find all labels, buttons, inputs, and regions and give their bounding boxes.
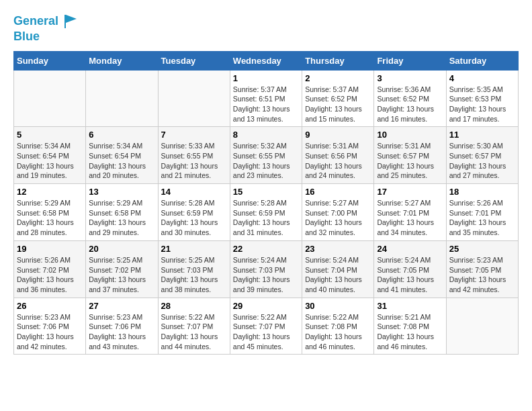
day-info: Sunrise: 5:24 AM Sunset: 7:04 PM Dayligh…	[305, 255, 371, 295]
day-number: 6	[89, 130, 154, 140]
day-info: Sunrise: 5:37 AM Sunset: 6:52 PM Dayligh…	[305, 85, 371, 124]
calendar-cell	[446, 298, 518, 355]
day-number: 23	[305, 244, 371, 254]
day-info: Sunrise: 5:36 AM Sunset: 6:52 PM Dayligh…	[377, 85, 443, 124]
calendar-cell: 1Sunrise: 5:37 AM Sunset: 6:51 PM Daylig…	[230, 70, 302, 127]
day-info: Sunrise: 5:37 AM Sunset: 6:51 PM Dayligh…	[233, 85, 299, 124]
header-row: SundayMondayTuesdayWednesdayThursdayFrid…	[14, 51, 519, 70]
calendar-cell: 4Sunrise: 5:35 AM Sunset: 6:53 PM Daylig…	[446, 70, 518, 127]
calendar-cell: 26Sunrise: 5:23 AM Sunset: 7:06 PM Dayli…	[14, 298, 86, 355]
day-number: 13	[89, 187, 154, 197]
calendar-cell: 23Sunrise: 5:24 AM Sunset: 7:04 PM Dayli…	[302, 240, 374, 298]
calendar-cell: 16Sunrise: 5:27 AM Sunset: 7:00 PM Dayli…	[302, 184, 374, 241]
calendar-cell: 11Sunrise: 5:30 AM Sunset: 6:57 PM Dayli…	[446, 127, 518, 184]
col-header-sunday: Sunday	[14, 51, 86, 70]
day-info: Sunrise: 5:34 AM Sunset: 6:54 PM Dayligh…	[89, 141, 154, 181]
day-number: 14	[161, 187, 227, 197]
calendar-cell: 22Sunrise: 5:24 AM Sunset: 7:03 PM Dayli…	[230, 240, 302, 298]
day-number: 30	[305, 301, 371, 311]
day-info: Sunrise: 5:28 AM Sunset: 6:59 PM Dayligh…	[161, 198, 227, 238]
calendar-cell: 5Sunrise: 5:34 AM Sunset: 6:54 PM Daylig…	[14, 127, 86, 184]
day-info: Sunrise: 5:27 AM Sunset: 7:01 PM Dayligh…	[377, 198, 443, 238]
logo-blue: Blue	[13, 30, 79, 44]
calendar-cell: 10Sunrise: 5:31 AM Sunset: 6:57 PM Dayli…	[374, 127, 446, 184]
day-info: Sunrise: 5:24 AM Sunset: 7:03 PM Dayligh…	[233, 255, 299, 295]
day-info: Sunrise: 5:23 AM Sunset: 7:06 PM Dayligh…	[17, 312, 83, 352]
day-info: Sunrise: 5:26 AM Sunset: 7:01 PM Dayligh…	[449, 198, 515, 238]
day-info: Sunrise: 5:22 AM Sunset: 7:07 PM Dayligh…	[233, 312, 299, 352]
day-info: Sunrise: 5:29 AM Sunset: 6:58 PM Dayligh…	[89, 198, 154, 238]
logo: General Blue	[13, 13, 79, 44]
day-number: 15	[233, 187, 299, 197]
day-number: 4	[449, 73, 515, 83]
calendar-cell: 19Sunrise: 5:26 AM Sunset: 7:02 PM Dayli…	[14, 240, 86, 298]
col-header-wednesday: Wednesday	[230, 51, 302, 70]
day-info: Sunrise: 5:35 AM Sunset: 6:53 PM Dayligh…	[449, 85, 515, 124]
svg-marker-0	[64, 15, 77, 28]
calendar-cell: 28Sunrise: 5:22 AM Sunset: 7:07 PM Dayli…	[158, 298, 230, 355]
day-info: Sunrise: 5:23 AM Sunset: 7:05 PM Dayligh…	[449, 255, 515, 295]
day-number: 26	[17, 301, 83, 311]
day-number: 11	[449, 130, 515, 140]
week-row-1: 1Sunrise: 5:37 AM Sunset: 6:51 PM Daylig…	[14, 70, 519, 127]
day-info: Sunrise: 5:25 AM Sunset: 7:02 PM Dayligh…	[89, 255, 154, 295]
page-header: General Blue	[13, 13, 519, 44]
calendar-cell: 18Sunrise: 5:26 AM Sunset: 7:01 PM Dayli…	[446, 184, 518, 241]
week-row-2: 5Sunrise: 5:34 AM Sunset: 6:54 PM Daylig…	[14, 127, 519, 184]
logo-text: General	[13, 13, 79, 30]
day-number: 1	[233, 73, 299, 83]
calendar-cell: 13Sunrise: 5:29 AM Sunset: 6:58 PM Dayli…	[86, 184, 158, 241]
calendar-cell: 30Sunrise: 5:22 AM Sunset: 7:08 PM Dayli…	[302, 298, 374, 355]
calendar-cell: 21Sunrise: 5:25 AM Sunset: 7:03 PM Dayli…	[158, 240, 230, 298]
calendar-table: SundayMondayTuesdayWednesdayThursdayFrid…	[13, 51, 519, 355]
day-info: Sunrise: 5:25 AM Sunset: 7:03 PM Dayligh…	[161, 255, 227, 295]
calendar-cell: 6Sunrise: 5:34 AM Sunset: 6:54 PM Daylig…	[86, 127, 158, 184]
calendar-cell	[14, 70, 86, 127]
day-info: Sunrise: 5:32 AM Sunset: 6:55 PM Dayligh…	[233, 141, 299, 181]
calendar-cell	[86, 70, 158, 127]
day-number: 20	[89, 244, 154, 254]
calendar-cell: 7Sunrise: 5:33 AM Sunset: 6:55 PM Daylig…	[158, 127, 230, 184]
day-number: 28	[161, 301, 227, 311]
calendar-cell: 17Sunrise: 5:27 AM Sunset: 7:01 PM Dayli…	[374, 184, 446, 241]
day-number: 9	[305, 130, 371, 140]
calendar-cell: 27Sunrise: 5:23 AM Sunset: 7:06 PM Dayli…	[86, 298, 158, 355]
day-info: Sunrise: 5:24 AM Sunset: 7:05 PM Dayligh…	[377, 255, 443, 295]
calendar-cell: 3Sunrise: 5:36 AM Sunset: 6:52 PM Daylig…	[374, 70, 446, 127]
day-info: Sunrise: 5:30 AM Sunset: 6:57 PM Dayligh…	[449, 141, 515, 181]
day-number: 12	[17, 187, 83, 197]
day-number: 16	[305, 187, 371, 197]
day-number: 27	[89, 301, 154, 311]
col-header-tuesday: Tuesday	[158, 51, 230, 70]
day-number: 25	[449, 244, 515, 254]
day-number: 24	[377, 244, 443, 254]
day-number: 3	[377, 73, 443, 83]
day-info: Sunrise: 5:34 AM Sunset: 6:54 PM Dayligh…	[17, 141, 83, 181]
day-number: 18	[449, 187, 515, 197]
calendar-cell: 12Sunrise: 5:29 AM Sunset: 6:58 PM Dayli…	[14, 184, 86, 241]
day-number: 22	[233, 244, 299, 254]
day-number: 19	[17, 244, 83, 254]
calendar-cell: 25Sunrise: 5:23 AM Sunset: 7:05 PM Dayli…	[446, 240, 518, 298]
col-header-friday: Friday	[374, 51, 446, 70]
week-row-3: 12Sunrise: 5:29 AM Sunset: 6:58 PM Dayli…	[14, 184, 519, 241]
calendar-cell: 29Sunrise: 5:22 AM Sunset: 7:07 PM Dayli…	[230, 298, 302, 355]
calendar-cell	[158, 70, 230, 127]
col-header-saturday: Saturday	[446, 51, 518, 70]
calendar-cell: 24Sunrise: 5:24 AM Sunset: 7:05 PM Dayli…	[374, 240, 446, 298]
day-info: Sunrise: 5:22 AM Sunset: 7:08 PM Dayligh…	[305, 312, 371, 352]
calendar-cell: 20Sunrise: 5:25 AM Sunset: 7:02 PM Dayli…	[86, 240, 158, 298]
day-info: Sunrise: 5:21 AM Sunset: 7:08 PM Dayligh…	[377, 312, 443, 352]
day-number: 2	[305, 73, 371, 83]
day-info: Sunrise: 5:26 AM Sunset: 7:02 PM Dayligh…	[17, 255, 83, 295]
week-row-5: 26Sunrise: 5:23 AM Sunset: 7:06 PM Dayli…	[14, 298, 519, 355]
logo-flag-icon	[63, 13, 79, 30]
logo-general: General	[13, 14, 58, 28]
col-header-thursday: Thursday	[302, 51, 374, 70]
day-info: Sunrise: 5:23 AM Sunset: 7:06 PM Dayligh…	[89, 312, 154, 352]
calendar-cell: 14Sunrise: 5:28 AM Sunset: 6:59 PM Dayli…	[158, 184, 230, 241]
calendar-cell: 2Sunrise: 5:37 AM Sunset: 6:52 PM Daylig…	[302, 70, 374, 127]
week-row-4: 19Sunrise: 5:26 AM Sunset: 7:02 PM Dayli…	[14, 240, 519, 298]
col-header-monday: Monday	[86, 51, 158, 70]
day-info: Sunrise: 5:33 AM Sunset: 6:55 PM Dayligh…	[161, 141, 227, 181]
